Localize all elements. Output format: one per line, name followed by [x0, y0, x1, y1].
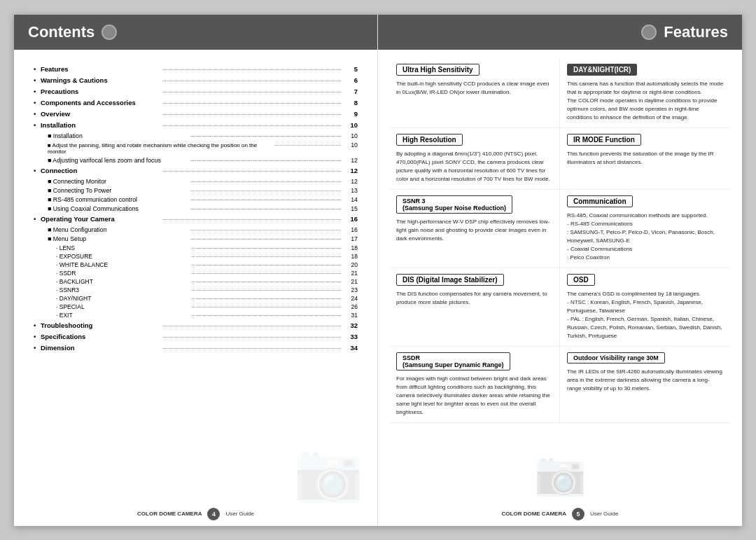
feature-dis-text: The DIS function compensates for any cam…: [396, 290, 552, 307]
toc-special: · SPECIAL 26: [34, 303, 358, 310]
toc-operating: • Operating Your Camera 16: [34, 215, 358, 223]
right-header: Features: [378, 15, 742, 50]
left-footer: COLOR DOME CAMERA 4 User Guide: [14, 508, 377, 520]
toc-lens: · LENS 18: [34, 244, 358, 251]
feature-ir-mode-text: This function prevents the saturation of…: [567, 150, 724, 167]
feature-ssnr-text: The high-performance W-V DSP chip effect…: [396, 218, 552, 243]
feature-osd-text: The camera's OSD is complimented by 18 l…: [567, 290, 724, 340]
toc-connection-sub3: ■ RS-485 communication control 14: [34, 196, 358, 203]
toc-exposure: · EXPOSURE 18: [34, 253, 358, 260]
feature-ultra-sensitivity-title: Ultra High Sensitivity: [396, 64, 479, 76]
toc-connection-sub1: ■ Connecting Monitor 12: [34, 178, 358, 185]
features-title: Features: [664, 23, 728, 41]
toc-white-balance: · WHITE BALANCE 20: [34, 261, 358, 268]
feature-ssdr-title: SSDR (Samsung Super Dynamic Range): [396, 352, 510, 371]
right-page: Features Ultra High Sensitivity The buil…: [378, 15, 742, 526]
header-circle-right: [641, 25, 657, 40]
feature-ultra-sensitivity: Ultra High Sensitivity The built-in high…: [389, 58, 560, 128]
toc-operating-sub2: ■ Menu Setup 17: [34, 235, 358, 242]
right-page-number: 5: [572, 508, 584, 520]
feature-outdoor-title: Outdoor Visibility range 30M: [567, 352, 665, 364]
toc-precautions: • Precautions 7: [34, 88, 358, 95]
toc-operating-sub1: ■ Menu Configuration 16: [34, 226, 358, 233]
feature-daynight-text: This camera has a function that automati…: [567, 80, 724, 122]
feature-ssdr: SSDR (Samsung Super Dynamic Range) For i…: [389, 347, 560, 423]
toc-connection: • Connection 12: [34, 167, 358, 174]
feature-ssdr-text: For images with high contrast between br…: [396, 375, 552, 417]
page-spread: Contents • Features 5 • Warnings & Cauti…: [14, 15, 742, 526]
toc-installation-sub3: ■ Adjusting varifocal lens zoom and focu…: [34, 157, 358, 164]
toc-connection-sub4: ■ Using Coaxial Communications 15: [34, 205, 358, 212]
toc-troubleshooting: • Troubleshooting 32: [34, 321, 358, 329]
toc-components: • Components and Accessories 8: [34, 99, 358, 106]
feature-high-resolution-text: By adopting a diagonal 6mm(1/3") 410,000…: [396, 150, 552, 184]
left-page-number: 4: [207, 508, 220, 520]
left-page: Contents • Features 5 • Warnings & Cauti…: [14, 15, 378, 526]
toc-backlight: · BACKLIGHT 21: [34, 278, 358, 285]
feature-ultra-sensitivity-text: The built-in high sensitivity CCD produc…: [396, 80, 552, 97]
feature-communication: Communication RS-485, Coaxial communicat…: [560, 190, 731, 268]
feature-ssnr: SSNR 3 (Samsung Super Noise Reduction) T…: [389, 190, 560, 268]
feature-daynight: DAY&NIGHT(ICR) This camera has a functio…: [560, 58, 731, 128]
feature-communication-title: Communication: [567, 195, 633, 207]
toc-ssnr3: · SSNR3 23: [34, 286, 358, 293]
feature-high-resolution-title: High Resolution: [396, 134, 463, 146]
feature-high-resolution: High Resolution By adopting a diagonal 6…: [389, 128, 560, 190]
header-circle-left: [102, 25, 117, 40]
feature-osd-title: OSD: [567, 274, 595, 286]
feature-osd: OSD The camera's OSD is complimented by …: [560, 268, 731, 347]
right-illustration: 📷: [534, 448, 587, 498]
toc-content: • Features 5 • Warnings & Cautions 6 • P…: [14, 50, 377, 362]
feature-outdoor-text: The IR LEDs of the SIR-4260 automaticall…: [567, 368, 724, 393]
toc-features: • Features 5: [34, 65, 358, 73]
toc-dimension: • Dimension 34: [34, 344, 358, 352]
feature-communication-text: RS-485, Coaxial communication methods ar…: [567, 212, 724, 262]
left-header: Contents: [14, 15, 377, 50]
feature-ir-mode-title: IR MODE Function: [567, 134, 641, 146]
feature-dis-title: DIS (Digital Image Stabilizer): [396, 274, 504, 286]
toc-installation: • Installation 10: [34, 121, 358, 129]
toc-exit: · EXIT 31: [34, 312, 358, 319]
feature-ir-mode: IR MODE Function This function prevents …: [560, 128, 731, 190]
toc-overview: • Overview 9: [34, 110, 358, 118]
toc-specifications: • Specifications 33: [34, 333, 358, 340]
toc-daynight: · DAY/NIGHT 24: [34, 295, 358, 302]
feature-outdoor: Outdoor Visibility range 30M The IR LEDs…: [560, 347, 731, 423]
right-footer: COLOR DOME CAMERA 5 User Guide: [378, 508, 742, 520]
contents-title: Contents: [28, 23, 94, 41]
feature-dis: DIS (Digital Image Stabilizer) The DIS f…: [389, 268, 560, 347]
toc-warnings: • Warnings & Cautions 6: [34, 76, 358, 84]
feature-ssnr-title: SSNR 3 (Samsung Super Noise Reduction): [396, 195, 512, 214]
feature-daynight-title: DAY&NIGHT(ICR): [567, 64, 637, 76]
left-illustration: 📷: [293, 439, 363, 505]
toc-connection-sub2: ■ Connecting To Power 13: [34, 187, 358, 194]
features-grid: Ultra High Sensitivity The built-in high…: [378, 50, 742, 431]
toc-installation-sub2: ■ Adjust the panning, tilting and rotate…: [34, 141, 358, 155]
toc-ssdr: · SSDR 21: [34, 270, 358, 277]
toc-installation-sub1: ■ Installation 10: [34, 132, 358, 139]
